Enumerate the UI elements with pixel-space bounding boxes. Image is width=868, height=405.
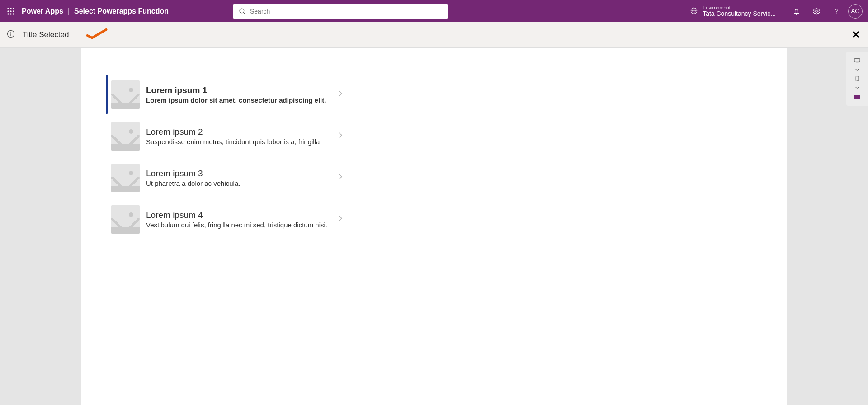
user-avatar[interactable]: AG	[848, 4, 863, 19]
svg-point-1	[10, 8, 11, 9]
chevron-right-icon[interactable]	[337, 215, 344, 223]
page-title: Select Powerapps Function	[74, 7, 169, 15]
svg-point-5	[13, 10, 14, 12]
checkmark-icon	[85, 28, 108, 42]
svg-point-0	[7, 8, 9, 9]
notification-text: Title Selected	[23, 30, 69, 39]
svg-rect-24	[857, 97, 858, 98]
question-icon	[832, 7, 840, 15]
svg-point-6	[7, 13, 9, 14]
svg-line-10	[243, 12, 245, 14]
svg-point-13	[836, 13, 836, 14]
svg-point-16	[10, 32, 11, 33]
gallery-item-subtitle: Suspendisse enim metus, tincidunt quis l…	[146, 138, 764, 146]
gallery-item[interactable]: Lorem ipsum 4Vestibulum dui felis, fring…	[106, 198, 764, 240]
search-icon	[238, 7, 246, 15]
svg-point-2	[13, 8, 14, 9]
environment-label: Environment	[703, 5, 776, 10]
svg-point-4	[10, 10, 11, 12]
bell-icon	[793, 7, 801, 15]
desktop-preview-dropdown[interactable]	[854, 68, 860, 71]
gallery-item-title: Lorem ipsum 1	[146, 85, 764, 95]
header-divider: |	[68, 7, 70, 15]
gallery-item-title: Lorem ipsum 2	[146, 127, 764, 137]
mobile-preview-dropdown[interactable]	[854, 86, 860, 89]
info-icon	[6, 29, 15, 40]
header-bar: Power Apps | Select Powerapps Function E…	[0, 0, 868, 22]
image-placeholder-icon	[111, 164, 140, 192]
gallery-item-subtitle: Lorem ipsum dolor sit amet, consectetur …	[146, 96, 764, 104]
gallery-item[interactable]: Lorem ipsum 2Suspendisse enim metus, tin…	[106, 115, 764, 157]
selection-indicator	[106, 158, 108, 197]
gallery-item-title: Lorem ipsum 4	[146, 210, 764, 220]
globe-icon	[690, 7, 698, 15]
chevron-right-icon[interactable]	[337, 90, 344, 99]
header-right: Environment Tata Consultancy Servic... A…	[690, 0, 864, 22]
svg-point-9	[240, 9, 244, 13]
gallery-item-text: Lorem ipsum 3Ut pharetra a dolor ac vehi…	[146, 169, 764, 187]
mobile-preview-button[interactable]	[853, 74, 862, 83]
gallery-item[interactable]: Lorem ipsum 1Lorem ipsum dolor sit amet,…	[106, 74, 764, 115]
gallery-item-text: Lorem ipsum 4Vestibulum dui felis, fring…	[146, 210, 764, 229]
app-name[interactable]: Power Apps	[22, 7, 63, 15]
environment-picker[interactable]: Environment Tata Consultancy Servic...	[690, 5, 776, 17]
app-canvas: Lorem ipsum 1Lorem ipsum dolor sit amet,…	[81, 48, 787, 405]
svg-point-7	[10, 13, 11, 14]
app-launcher-button[interactable]	[0, 0, 22, 22]
selection-indicator	[106, 75, 108, 114]
notification-bar: Title Selected ✕	[0, 22, 868, 48]
gallery-item-subtitle: Vestibulum dui felis, fringilla nec mi s…	[146, 221, 764, 229]
help-button[interactable]	[826, 0, 846, 22]
environment-value: Tata Consultancy Servic...	[703, 10, 776, 17]
image-placeholder-icon	[111, 205, 140, 234]
notifications-button[interactable]	[787, 0, 807, 22]
device-preview-toolbar	[846, 52, 868, 106]
orientation-button[interactable]	[853, 92, 862, 101]
settings-button[interactable]	[807, 0, 826, 22]
image-placeholder-icon	[111, 80, 140, 109]
gallery-item[interactable]: Lorem ipsum 3Ut pharetra a dolor ac vehi…	[106, 157, 764, 198]
chevron-right-icon[interactable]	[337, 132, 344, 140]
selection-indicator	[106, 117, 108, 155]
svg-rect-17	[854, 58, 860, 62]
svg-rect-22	[854, 95, 860, 96]
svg-point-3	[7, 10, 9, 12]
svg-point-8	[13, 13, 14, 14]
close-notification-button[interactable]: ✕	[852, 30, 860, 40]
waffle-icon	[7, 7, 15, 15]
avatar-initials: AG	[851, 8, 860, 14]
gallery-item-subtitle: Ut pharetra a dolor ac vehicula.	[146, 179, 764, 187]
gallery-item-text: Lorem ipsum 2Suspendisse enim metus, tin…	[146, 127, 764, 146]
gallery-list: Lorem ipsum 1Lorem ipsum dolor sit amet,…	[81, 48, 787, 240]
desktop-preview-button[interactable]	[853, 56, 862, 65]
gallery-item-text: Lorem ipsum 1Lorem ipsum dolor sit amet,…	[146, 85, 764, 104]
work-area: Lorem ipsum 1Lorem ipsum dolor sit amet,…	[0, 48, 868, 405]
search-input[interactable]	[250, 4, 448, 19]
svg-rect-23	[855, 97, 856, 98]
gallery-item-title: Lorem ipsum 3	[146, 169, 764, 179]
gear-icon	[812, 7, 821, 15]
search-box[interactable]	[233, 4, 448, 19]
svg-rect-25	[859, 97, 859, 98]
svg-point-12	[816, 10, 818, 12]
image-placeholder-icon	[111, 122, 140, 151]
selection-indicator	[106, 200, 108, 239]
chevron-right-icon[interactable]	[337, 174, 344, 182]
